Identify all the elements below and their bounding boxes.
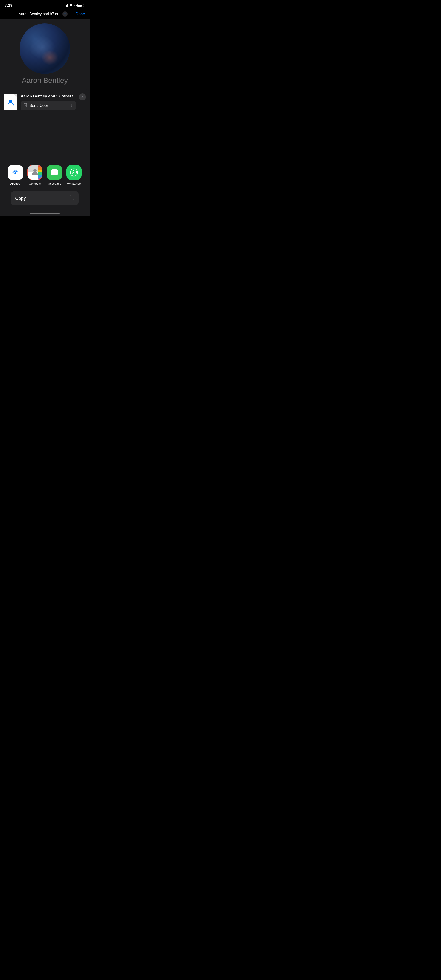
nav-title-area: Aaron Bentley and 97 ot... [19,11,67,16]
app-item-airdrop[interactable]: AirDrop [5,165,25,185]
app-item-contacts[interactable]: Contacts [25,165,45,185]
airdrop-icon-wrap [8,165,23,180]
share-sheet: Aaron Bentley and 97 others Send Copy [0,89,89,216]
copy-label: Copy [15,196,26,201]
wifi-icon [69,4,73,7]
status-icons: 69 [64,4,85,7]
close-button[interactable] [79,94,86,100]
airdrop-icon [8,165,23,180]
svg-point-3 [33,169,37,172]
profile-avatar [19,24,70,74]
list-icon[interactable] [5,13,11,15]
status-bar: 7:28 69 [0,0,89,10]
nav-title: Aaron Bentley and 97 ot... [19,12,61,16]
send-copy-left: Send Copy [24,103,49,108]
contact-file-icon [7,98,14,108]
send-copy-label: Send Copy [29,103,49,108]
share-header: Aaron Bentley and 97 others Send Copy [4,94,86,110]
messages-icon [47,165,62,180]
home-indicator [4,211,86,216]
battery-icon: 69 [74,4,85,7]
battery-percent: 69 [74,4,77,7]
send-copy-chevron-icon [70,103,73,108]
whatsapp-icon [66,165,81,180]
whatsapp-label: WhatsApp [67,182,81,185]
nav-chevron-icon[interactable] [62,11,67,16]
copy-icon [69,195,75,202]
contacts-person-icon [31,167,39,178]
svg-rect-6 [71,197,74,200]
messages-icon-wrap [47,165,62,180]
status-time: 7:28 [5,3,13,8]
airdrop-label: AirDrop [10,182,20,185]
nav-bar: Aaron Bentley and 97 ot... Done [0,10,89,19]
send-copy-button[interactable]: Send Copy [21,101,76,110]
contacts-icon-wrap [27,165,43,180]
doc-icon [24,103,27,108]
content-background: Aaron Bentley Aaron Bentley and 97 other… [0,19,89,216]
home-bar [30,213,60,214]
share-info: Aaron Bentley and 97 others Send Copy [21,94,76,110]
signal-icon [64,4,68,7]
done-button[interactable]: Done [76,12,85,16]
messages-label: Messages [48,182,61,185]
copy-button[interactable]: Copy [11,191,78,205]
app-item-messages[interactable]: Messages [45,165,64,185]
app-item-whatsapp[interactable]: WhatsApp [64,165,84,185]
share-file-icon [4,94,18,110]
share-sheet-title: Aaron Bentley and 97 others [21,94,76,99]
whatsapp-icon-wrap [66,165,81,180]
profile-name-background: Aaron Bentley [22,76,68,85]
svg-point-5 [70,169,78,176]
share-empty-area [4,114,86,160]
contacts-icon [28,165,42,180]
app-row: AirDrop [4,160,86,189]
contacts-label: Contacts [29,182,41,185]
